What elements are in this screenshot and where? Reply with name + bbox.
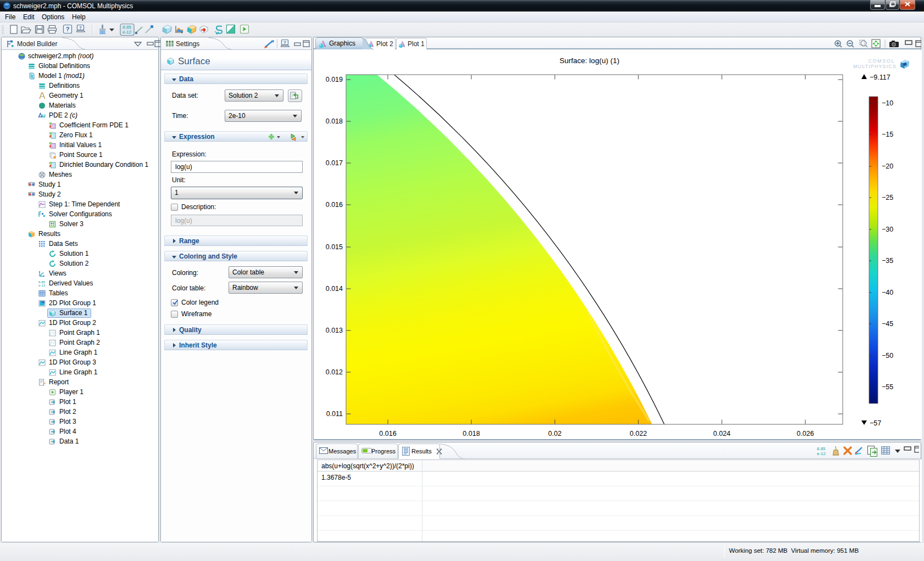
svg-text:0.016: 0.016 bbox=[326, 201, 343, 209]
svg-text:0.026: 0.026 bbox=[797, 430, 814, 437]
svg-text:−50: −50 bbox=[882, 352, 893, 360]
svg-text:0.024: 0.024 bbox=[713, 430, 730, 437]
svg-text:0.012: 0.012 bbox=[326, 368, 343, 376]
svg-text:−40: −40 bbox=[882, 289, 893, 296]
svg-text:?: ? bbox=[283, 40, 286, 45]
svg-text:8.85: 8.85 bbox=[123, 25, 131, 30]
svg-text:0.017: 0.017 bbox=[326, 159, 343, 167]
svg-text:e-12: e-12 bbox=[817, 451, 826, 456]
svg-text:−30: −30 bbox=[882, 226, 893, 233]
svg-text:−35: −35 bbox=[882, 257, 893, 265]
svg-text:0.013: 0.013 bbox=[326, 327, 343, 334]
svg-text:8.85: 8.85 bbox=[817, 446, 826, 451]
svg-text:−20: −20 bbox=[882, 162, 893, 170]
svg-text:−10: −10 bbox=[882, 99, 893, 107]
svg-text:0.014: 0.014 bbox=[326, 285, 343, 293]
svg-text:−9.117: −9.117 bbox=[870, 74, 890, 81]
svg-text:0.022: 0.022 bbox=[630, 430, 647, 437]
svg-text:?: ? bbox=[79, 25, 82, 30]
svg-text:−15: −15 bbox=[882, 131, 893, 138]
svg-text:−45: −45 bbox=[882, 320, 893, 328]
svg-text:−57: −57 bbox=[870, 419, 881, 427]
svg-text:COMSOL: COMSOL bbox=[868, 58, 895, 64]
svg-text:e-12: e-12 bbox=[123, 30, 132, 35]
svg-text:−25: −25 bbox=[882, 194, 893, 201]
svg-text:0.018: 0.018 bbox=[463, 430, 480, 437]
svg-text:0.011: 0.011 bbox=[326, 410, 343, 418]
svg-text:0.018: 0.018 bbox=[326, 117, 343, 125]
svg-text:Surface: log(u) (1): Surface: log(u) (1) bbox=[560, 57, 620, 65]
svg-text:MULTIPHYSICS: MULTIPHYSICS bbox=[853, 64, 897, 69]
svg-text:?: ? bbox=[66, 26, 70, 32]
svg-text:0.016: 0.016 bbox=[379, 430, 396, 437]
svg-text:0.02: 0.02 bbox=[548, 430, 561, 437]
svg-text:0.015: 0.015 bbox=[326, 243, 343, 251]
svg-text:0.019: 0.019 bbox=[326, 76, 343, 83]
svg-text:−55: −55 bbox=[882, 383, 893, 391]
svg-text:e-12: e-12 bbox=[38, 283, 46, 287]
